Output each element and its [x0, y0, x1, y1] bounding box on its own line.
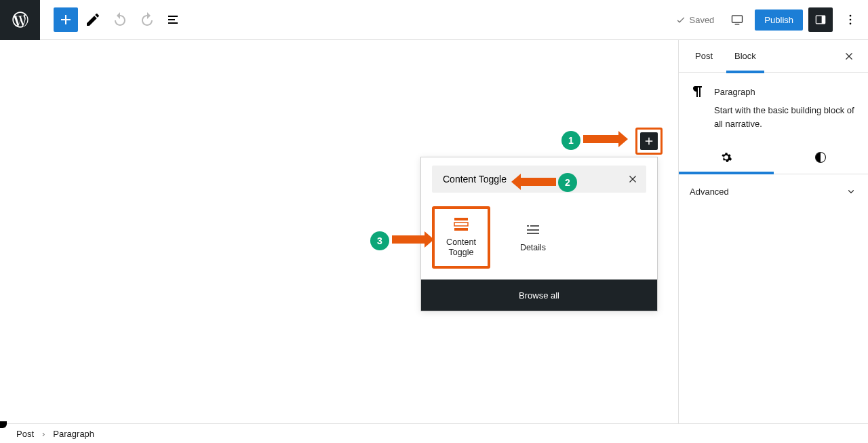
svg-rect-8 [454, 228, 468, 231]
tab-post[interactable]: Post [690, 40, 718, 73]
paragraph-icon [690, 83, 706, 100]
settings-sidebar-toggle[interactable] [808, 7, 833, 32]
svg-rect-7 [454, 223, 468, 226]
list-view-icon [166, 12, 182, 28]
pencil-icon [85, 12, 101, 28]
block-item-details[interactable]: Details [504, 206, 562, 269]
top-toolbar: Saved Publish [0, 0, 868, 40]
sidebar-tabs: Post Block [679, 40, 868, 73]
plus-icon [643, 135, 655, 147]
content-toggle-icon [453, 217, 469, 231]
inserter-search-clear[interactable] [625, 171, 641, 187]
details-icon [525, 223, 541, 236]
tab-block[interactable]: Block [729, 40, 762, 73]
wordpress-icon [11, 10, 30, 29]
inserter-results: Content Toggle Details [421, 201, 657, 280]
redo-icon [139, 12, 155, 28]
breadcrumb-root[interactable]: Post [16, 429, 34, 439]
annotation-arrow-3 [392, 235, 426, 244]
toolbar-left [40, 7, 186, 32]
saved-text: Saved [689, 15, 714, 25]
subtab-styles[interactable] [774, 141, 869, 174]
publish-button[interactable]: Publish [755, 9, 803, 31]
breadcrumb-current[interactable]: Paragraph [53, 429, 94, 439]
close-icon [627, 173, 639, 185]
svg-point-4 [850, 19, 852, 21]
advanced-panel-toggle[interactable]: Advanced [679, 174, 868, 208]
settings-sidebar: Post Block Paragraph Start with the basi… [678, 40, 868, 423]
advanced-label: Advanced [690, 187, 729, 197]
gear-icon [720, 151, 732, 163]
annotation-bubble-2: 2 [558, 173, 577, 192]
svg-point-3 [850, 15, 852, 17]
preview-button[interactable] [725, 7, 749, 32]
svg-rect-2 [822, 16, 825, 24]
wordpress-logo[interactable] [0, 0, 40, 40]
sidebar-subtabs [679, 141, 868, 174]
document-overview-button[interactable] [162, 7, 186, 32]
undo-button[interactable] [108, 7, 132, 32]
undo-icon [112, 12, 128, 28]
block-item-label: Content Toggle [437, 237, 485, 258]
subtab-settings[interactable] [679, 141, 774, 174]
breadcrumb: Post › Paragraph [0, 423, 868, 443]
toolbar-right: Saved Publish [670, 7, 868, 32]
block-item-content-toggle[interactable]: Content Toggle [432, 206, 490, 269]
main-area: 1 [0, 40, 868, 423]
redo-button[interactable] [135, 7, 159, 32]
svg-rect-0 [732, 16, 743, 22]
tools-button[interactable] [81, 7, 105, 32]
editor-canvas[interactable]: 1 [0, 40, 678, 423]
block-title: Paragraph [714, 87, 755, 97]
svg-point-5 [850, 23, 852, 25]
add-block-highlight [635, 128, 663, 155]
desktop-icon [730, 13, 744, 26]
options-button[interactable] [838, 7, 863, 32]
browse-all-button[interactable]: Browse all [421, 280, 657, 311]
save-status: Saved [670, 14, 719, 25]
svg-rect-6 [454, 218, 468, 220]
annotation-bubble-1: 1 [561, 131, 580, 150]
sidebar-icon [814, 13, 827, 26]
annotation-arrow-2 [519, 178, 556, 186]
chevron-down-icon [845, 185, 857, 197]
chevron-right-icon: › [42, 429, 45, 439]
toggle-inserter-button[interactable] [54, 7, 78, 32]
annotation-arrow-1 [583, 135, 620, 143]
annotation-bubble-3: 3 [370, 231, 389, 250]
more-vertical-icon [844, 13, 857, 26]
block-description: Start with the basic building block of a… [679, 104, 868, 141]
add-block-button[interactable] [640, 132, 658, 150]
sidebar-close-button[interactable] [841, 48, 857, 64]
check-icon [675, 14, 686, 25]
styles-icon [814, 151, 827, 163]
plus-icon [58, 12, 74, 28]
block-item-label: Details [520, 243, 546, 253]
close-icon [843, 50, 855, 62]
